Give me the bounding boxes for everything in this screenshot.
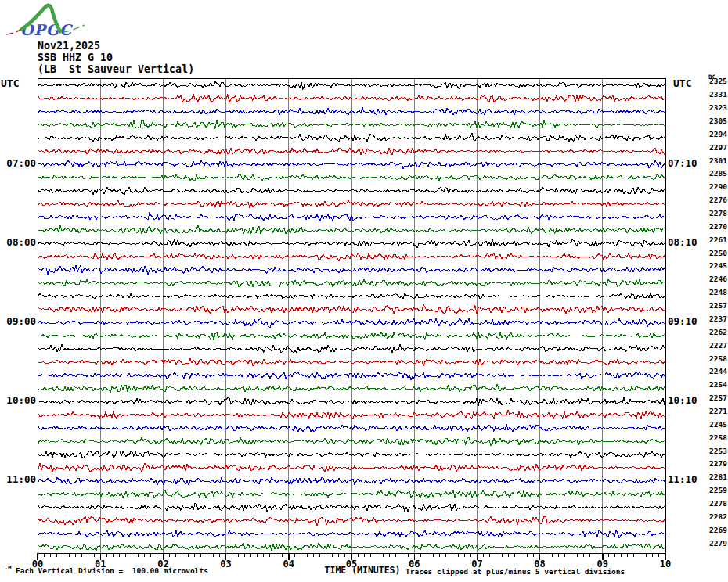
dc-value: 2278 [702,209,727,218]
hour-label-left: 07:00 [0,157,36,170]
dc-value: 2237 [702,314,727,324]
hour-label-right: 11:10 [668,473,697,486]
dc-value: 2244 [702,367,727,376]
dc-value: 2254 [702,380,727,390]
dc-value: 2301 [702,156,727,166]
x-tick-label: 02 [150,559,176,569]
dc-value: 2262 [702,328,727,337]
dc-value: 2279 [702,459,727,469]
x-tick-label: 01 [87,559,114,569]
dc-value: 2325 [702,77,727,86]
dc-value: 2258 [702,433,727,443]
dc-value: 2227 [702,341,727,350]
x-tick-label: 09 [589,559,616,569]
seismogram-plot [0,0,728,582]
dc-value: 2250 [702,249,727,258]
dc-value: 2279 [702,539,727,548]
x-tick-label: 10 [652,559,679,569]
dc-value: 2290 [702,182,727,192]
dc-value: 2257 [702,393,727,403]
dc-value: 2246 [702,275,727,284]
dc-value: 2270 [702,222,727,232]
dc-value: 2331 [702,90,727,99]
dc-value: 2305 [702,117,727,126]
dc-value: 2259 [702,486,727,495]
dc-value: 2245 [702,261,727,271]
x-tick-label: 03 [213,559,240,569]
dc-value: 2281 [702,472,727,482]
x-tick-label: 08 [527,559,553,569]
dc-value: 2278 [702,499,727,508]
dc-value: 2276 [702,196,727,205]
dc-value: 2294 [702,130,727,139]
hour-label-right: 08:10 [668,236,697,249]
hour-label-right: 10:10 [668,394,697,407]
dc-value: 2271 [702,407,727,416]
dc-value: 2285 [702,169,727,178]
hour-label-left: 10:00 [0,394,36,407]
hour-label-left: 11:00 [0,473,36,486]
dc-value: 2269 [702,526,727,535]
dc-value: 2261 [702,235,727,245]
x-tick-label: 04 [276,559,302,569]
x-tick-label: 07 [463,559,490,569]
x-tick-label: 06 [401,559,427,569]
dc-value: 2297 [702,143,727,153]
hour-label-left: 08:00 [0,236,36,249]
dc-value: 2245 [702,420,727,429]
x-tick-label: 05 [338,559,365,569]
dc-value: 2258 [702,354,727,364]
x-tick-label: 00 [24,559,51,569]
dc-value: 2257 [702,301,727,311]
dc-value: 2253 [702,447,727,456]
hour-label-right: 07:10 [668,157,697,170]
dc-value: 2248 [702,288,727,297]
hour-label-right: 09:10 [668,315,697,328]
dc-value: 2282 [702,512,727,522]
dc-value: 2323 [702,103,727,113]
corner-mark: .M [5,565,11,571]
helicorder-screenshot: OPGC Nov21,2025 SSB HHZ G 10 (LB St Sauv… [0,0,728,582]
hour-label-left: 09:00 [0,315,36,328]
